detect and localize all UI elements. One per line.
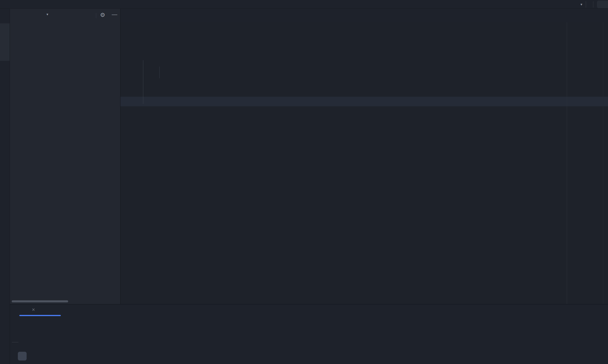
project-stripe-tab[interactable] bbox=[0, 23, 10, 61]
project-panel-header: ▾ ⚙ — bbox=[10, 9, 120, 22]
bookmarks-stripe-tab[interactable] bbox=[0, 337, 10, 364]
navigation-bar: ▾ bbox=[0, 0, 608, 9]
project-tool-window: ▾ ⚙ — bbox=[10, 9, 120, 304]
hide-panel-icon[interactable]: — bbox=[112, 11, 117, 18]
divider bbox=[12, 342, 18, 342]
force-stop-icon[interactable] bbox=[11, 356, 18, 362]
chevron-down-icon: ▾ bbox=[581, 2, 582, 6]
down-arrow-icon[interactable] bbox=[19, 331, 25, 338]
fold-guide-line bbox=[143, 60, 143, 104]
run-tab-underline bbox=[19, 315, 61, 316]
divider bbox=[96, 13, 96, 18]
stop-icon[interactable] bbox=[11, 344, 18, 350]
close-icon[interactable]: × bbox=[32, 307, 35, 313]
scroll-to-end-button[interactable] bbox=[18, 352, 27, 360]
right-margin-guide bbox=[567, 22, 567, 304]
ide-window: ▾ ▾ ⚙ — bbox=[0, 0, 608, 364]
rerun-icon[interactable] bbox=[11, 318, 18, 325]
current-line-highlight bbox=[120, 97, 608, 106]
wrench-icon[interactable] bbox=[11, 331, 18, 338]
layout-windows-button[interactable] bbox=[597, 1, 608, 8]
code-editor[interactable] bbox=[120, 22, 608, 304]
scrollbar-track-line bbox=[603, 22, 603, 304]
gear-icon[interactable]: ⚙ bbox=[100, 11, 105, 18]
chevron-down-icon[interactable]: ▾ bbox=[46, 12, 48, 16]
up-arrow-icon[interactable] bbox=[19, 318, 25, 325]
editor-tab-bar bbox=[120, 9, 608, 22]
tree-horizontal-scrollbar[interactable] bbox=[12, 300, 68, 302]
editor-area bbox=[120, 9, 608, 304]
divider bbox=[593, 1, 593, 8]
indent-guide bbox=[159, 67, 160, 78]
run-tab[interactable]: × bbox=[24, 304, 37, 315]
soft-wrap-icon[interactable] bbox=[19, 343, 25, 350]
run-tool-window: × bbox=[10, 304, 608, 364]
tool-window-stripe bbox=[0, 9, 10, 364]
topbar-actions: ▾ bbox=[580, 0, 608, 9]
divider bbox=[586, 1, 586, 8]
